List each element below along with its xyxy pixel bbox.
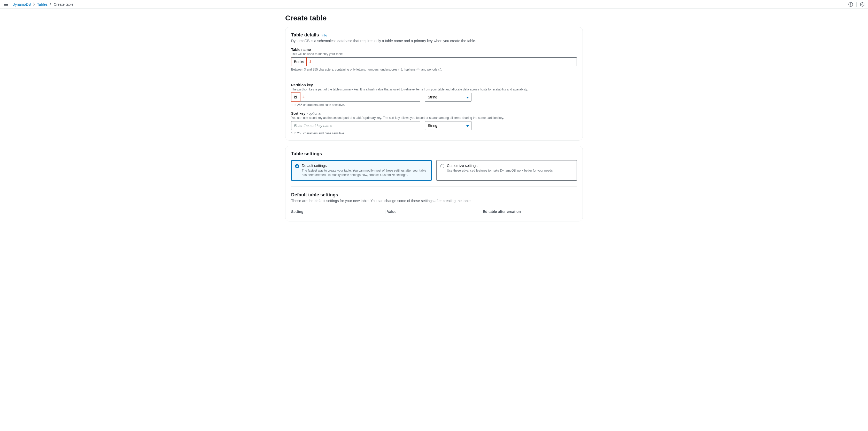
table-settings-heading: Table settings bbox=[291, 151, 577, 157]
sort-key-input[interactable] bbox=[291, 121, 420, 130]
col-editable: Editable after creation bbox=[481, 210, 577, 214]
col-value: Value bbox=[385, 210, 481, 214]
customize-settings-title: Customize settings bbox=[447, 163, 554, 168]
breadcrumb: DynamoDB Tables Create table bbox=[12, 2, 73, 6]
settings-table-header: Setting Value Editable after creation bbox=[291, 208, 577, 216]
radio-icon bbox=[440, 164, 444, 168]
table-name-hint: This will be used to identify your table… bbox=[291, 52, 577, 56]
chevron-right-icon bbox=[33, 2, 35, 6]
table-name-input[interactable] bbox=[291, 57, 577, 66]
sort-key-type-select[interactable]: String bbox=[425, 121, 471, 130]
customize-settings-radio[interactable]: Customize settings Use these advanced fe… bbox=[436, 160, 577, 181]
default-table-settings-desc: These are the default settings for your … bbox=[291, 199, 577, 203]
breadcrumb-tables[interactable]: Tables bbox=[37, 2, 48, 6]
svg-marker-3 bbox=[861, 2, 864, 6]
default-settings-title: Default settings bbox=[302, 163, 428, 168]
sort-key-hint: You can use a sort key as the second par… bbox=[291, 116, 577, 120]
info-link[interactable]: Info bbox=[322, 34, 327, 37]
page-title: Create table bbox=[285, 14, 583, 22]
sort-key-label: Sort key - optional bbox=[291, 111, 577, 116]
partition-key-hint: The partition key is part of the table's… bbox=[291, 88, 577, 91]
breadcrumb-dynamodb[interactable]: DynamoDB bbox=[12, 2, 31, 6]
table-name-constraint: Between 3 and 255 characters, containing… bbox=[291, 68, 577, 71]
partition-key-constraint: 1 to 255 characters and case sensitive. bbox=[291, 103, 420, 107]
svg-point-4 bbox=[862, 4, 863, 5]
table-name-label: Table name bbox=[291, 48, 577, 52]
sort-key-constraint: 1 to 255 characters and case sensitive. bbox=[291, 131, 420, 135]
default-table-settings-heading: Default table settings bbox=[291, 192, 577, 198]
chevron-right-icon bbox=[50, 2, 52, 6]
col-setting: Setting bbox=[291, 210, 385, 214]
default-settings-radio[interactable]: Default settings The fastest way to crea… bbox=[291, 160, 432, 181]
svg-point-1 bbox=[850, 3, 851, 4]
customize-settings-desc: Use these advanced features to make Dyna… bbox=[447, 168, 554, 173]
partition-key-label: Partition key bbox=[291, 83, 577, 87]
table-settings-panel: Table settings Default settings The fast… bbox=[285, 146, 583, 221]
table-details-panel: Table details Info DynamoDB is a schemal… bbox=[285, 27, 583, 141]
menu-toggle-icon[interactable] bbox=[3, 2, 9, 7]
top-bar: DynamoDB Tables Create table bbox=[0, 0, 868, 9]
info-icon[interactable] bbox=[848, 2, 853, 7]
svg-rect-2 bbox=[850, 4, 851, 6]
partition-key-type-select[interactable]: String bbox=[425, 93, 471, 101]
radio-icon bbox=[295, 164, 299, 168]
partition-key-input[interactable] bbox=[291, 93, 420, 101]
preferences-icon[interactable] bbox=[860, 2, 865, 7]
default-settings-desc: The fastest way to create your table. Yo… bbox=[302, 168, 428, 177]
table-details-desc: DynamoDB is a schemaless database that r… bbox=[291, 39, 577, 43]
breadcrumb-current: Create table bbox=[54, 2, 73, 6]
divider bbox=[291, 186, 577, 187]
table-details-heading: Table details bbox=[291, 32, 319, 38]
